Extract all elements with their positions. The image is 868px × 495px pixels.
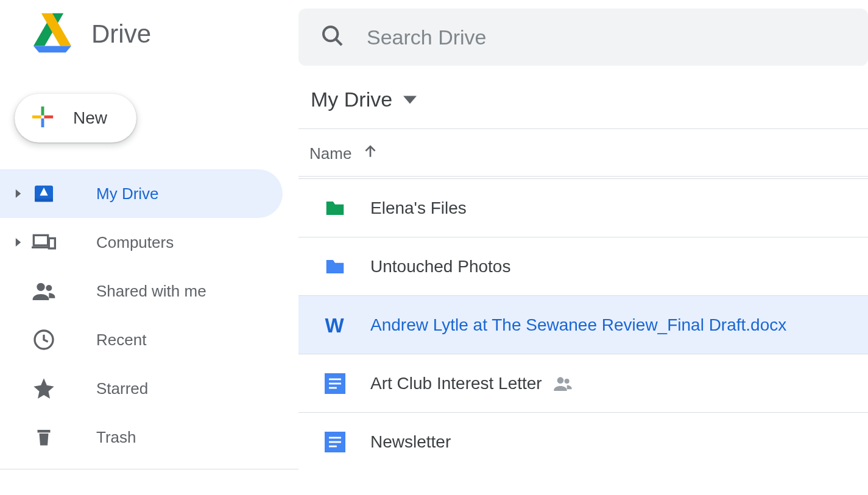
- svg-point-7: [323, 27, 337, 41]
- computers-icon: [30, 230, 57, 255]
- svg-rect-11: [329, 382, 341, 384]
- file-row-folder[interactable]: Elena's Files: [298, 179, 868, 237]
- column-header-name: Name: [309, 144, 351, 163]
- breadcrumb[interactable]: My Drive: [298, 88, 868, 129]
- dropdown-arrow-icon[interactable]: [403, 88, 417, 111]
- drive-logo-icon: [30, 11, 74, 57]
- gdoc-icon: [323, 432, 347, 452]
- plus-icon: [29, 104, 56, 133]
- sidebar-item-trash[interactable]: Trash: [0, 413, 283, 462]
- svg-rect-3: [49, 238, 55, 248]
- clock-icon: [30, 328, 57, 352]
- sidebar-item-label: Starred: [96, 379, 148, 398]
- expand-arrow-icon[interactable]: [12, 238, 24, 247]
- folder-blue-icon: [323, 255, 347, 278]
- svg-rect-2: [34, 235, 48, 245]
- drive-icon: [30, 181, 57, 206]
- file-row-folder[interactable]: Untouched Photos: [298, 237, 868, 296]
- svg-rect-1: [35, 198, 53, 202]
- shared-indicator-icon: [553, 374, 573, 393]
- main-content: My Drive Name Elena's Files Untouched Ph…: [298, 0, 868, 495]
- folder-green-icon: [323, 197, 347, 220]
- file-row-docx[interactable]: W Andrew Lytle at The Sewanee Review_Fin…: [298, 296, 868, 354]
- svg-point-4: [37, 283, 44, 291]
- file-name: Andrew Lytle at The Sewanee Review_Final…: [370, 315, 786, 335]
- sidebar-item-label: Computers: [96, 233, 174, 252]
- sidebar-item-starred[interactable]: Starred: [0, 364, 283, 413]
- sidebar-item-shared[interactable]: Shared with me: [0, 267, 283, 315]
- app-logo-row: Drive: [0, 11, 298, 57]
- svg-point-13: [557, 377, 563, 384]
- search-input[interactable]: [367, 26, 868, 49]
- svg-point-5: [46, 285, 52, 291]
- file-name: Newsletter: [370, 432, 451, 452]
- column-header-row[interactable]: Name: [298, 129, 868, 177]
- app-name: Drive: [91, 19, 151, 49]
- svg-rect-12: [329, 387, 337, 388]
- svg-point-14: [564, 379, 569, 384]
- new-button[interactable]: New: [15, 94, 136, 142]
- trash-icon: [30, 426, 57, 448]
- sidebar-item-label: My Drive: [96, 184, 159, 203]
- breadcrumb-title: My Drive: [311, 88, 392, 111]
- svg-text:W: W: [325, 314, 345, 336]
- sidebar-item-label: Shared with me: [96, 282, 206, 301]
- search-bar[interactable]: [298, 9, 868, 66]
- file-row-gdoc[interactable]: Art Club Interest Letter: [298, 354, 868, 413]
- expand-arrow-icon[interactable]: [12, 189, 24, 198]
- sidebar-item-recent[interactable]: Recent: [0, 315, 283, 364]
- svg-rect-17: [329, 441, 341, 443]
- people-icon: [30, 279, 57, 303]
- svg-rect-16: [329, 437, 341, 439]
- sidebar-item-label: Recent: [96, 331, 146, 349]
- svg-rect-10: [329, 378, 341, 380]
- word-icon: W: [323, 314, 347, 336]
- sidebar-item-my-drive[interactable]: My Drive: [0, 169, 283, 218]
- file-row-gdoc[interactable]: Newsletter: [298, 413, 868, 471]
- sidebar-item-computers[interactable]: Computers: [0, 218, 283, 267]
- sidebar: Drive New My Drive Computers Shared: [0, 0, 298, 495]
- file-name: Art Club Interest Letter: [370, 374, 542, 393]
- sidebar-nav: My Drive Computers Shared with me Recent: [0, 169, 298, 469]
- search-icon: [320, 24, 345, 51]
- star-icon: [30, 376, 57, 401]
- gdoc-icon: [323, 373, 347, 394]
- file-name: Untouched Photos: [370, 257, 510, 276]
- svg-rect-18: [329, 446, 337, 448]
- file-name: Elena's Files: [370, 198, 467, 218]
- sort-ascending-icon[interactable]: [362, 144, 378, 164]
- sidebar-item-label: Trash: [96, 428, 136, 447]
- new-button-label: New: [73, 108, 107, 128]
